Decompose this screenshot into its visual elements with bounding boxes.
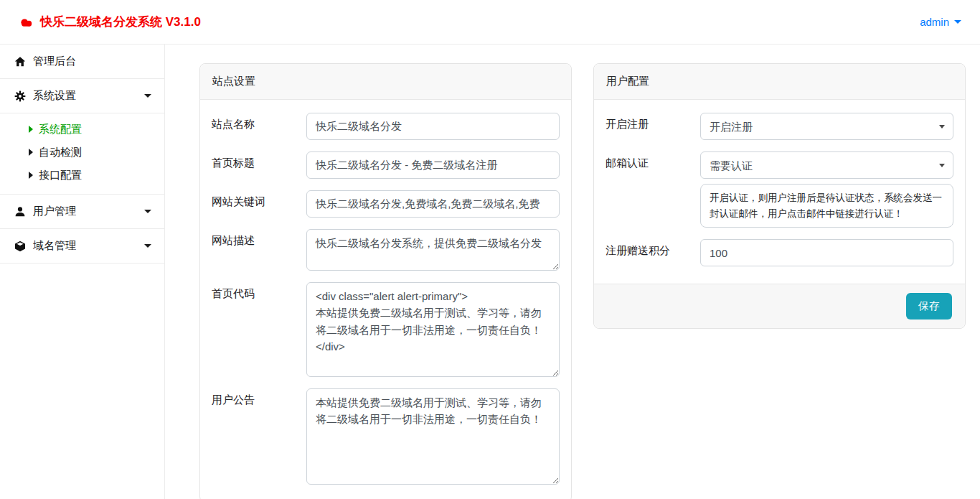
announcement-textarea[interactable]: 本站提供免费二级域名用于测试、学习等，请勿将二级域名用于一切非法用途，一切责任自… <box>306 388 560 485</box>
announcement-label: 用户公告 <box>212 388 306 485</box>
site-card-body: 站点名称 首页标题 网站关键词 <box>200 100 571 499</box>
sidebar: 管理后台 系统设置 <box>0 45 165 499</box>
email-auth-label: 邮箱认证 <box>606 151 700 228</box>
sidebar-subitem-system-config[interactable]: 系统配置 <box>0 118 164 141</box>
user-card-title: 用户配置 <box>594 64 965 100</box>
points-row: 注册赠送积分 <box>606 239 953 266</box>
site-card-title: 站点设置 <box>200 64 571 100</box>
triangle-right-icon <box>29 126 33 133</box>
sidebar-item-domain-management[interactable]: 域名管理 <box>0 229 164 264</box>
register-select[interactable]: 开启注册 <box>700 113 953 140</box>
email-auth-select[interactable]: 需要认证 <box>700 151 953 179</box>
home-code-label: 首页代码 <box>212 282 306 377</box>
chevron-down-icon <box>144 244 151 248</box>
brand[interactable]: 快乐二级域名分发系统 V3.1.0 <box>19 14 201 30</box>
chevron-down-icon <box>144 94 151 98</box>
home-code-textarea[interactable]: <div class="alert alert-primary"> 本站提供免费… <box>306 282 560 377</box>
cube-icon <box>14 241 26 252</box>
home-title-row: 首页标题 <box>212 151 560 179</box>
subitem-label: 接口配置 <box>39 169 82 182</box>
email-auth-row: 邮箱认证 需要认证 开启认证，则用户注册后是待认证状态，系统会发送一封认证邮件，… <box>606 151 953 228</box>
user-card-footer: 保存 <box>594 284 965 328</box>
user-name: admin <box>920 16 949 28</box>
user-card-body: 开启注册 开启注册 邮箱认证 需要认证 <box>594 100 965 284</box>
sidebar-item-label: 用户管理 <box>33 205 137 218</box>
subitem-label: 自动检测 <box>39 146 82 159</box>
announcement-row: 用户公告 本站提供免费二级域名用于测试、学习等，请勿将二级域名用于一切非法用途，… <box>212 388 560 485</box>
home-code-row: 首页代码 <div class="alert alert-primary"> 本… <box>212 282 560 377</box>
triangle-right-icon <box>29 172 33 179</box>
home-title-label: 首页标题 <box>212 151 306 179</box>
points-label: 注册赠送积分 <box>606 239 700 266</box>
cloud-icon <box>19 17 34 28</box>
triangle-right-icon <box>29 149 33 156</box>
chevron-down-icon <box>954 20 961 24</box>
sidebar-item-system-settings[interactable]: 系统设置 <box>0 79 164 113</box>
user-menu[interactable]: admin <box>920 16 961 28</box>
description-textarea[interactable]: 快乐二级域名分发系统，提供免费二级域名分发 <box>306 229 560 271</box>
sidebar-subitem-api-config[interactable]: 接口配置 <box>0 164 164 187</box>
main-content: 站点设置 站点名称 首页标题 网站关键词 <box>165 45 980 499</box>
site-name-row: 站点名称 <box>212 113 560 140</box>
description-row: 网站描述 快乐二级域名分发系统，提供免费二级域名分发 <box>212 229 560 271</box>
sidebar-item-label: 系统设置 <box>33 89 137 103</box>
keywords-input[interactable] <box>306 190 560 218</box>
gear-icon <box>14 90 26 102</box>
brand-title: 快乐二级域名分发系统 V3.1.0 <box>40 14 201 30</box>
description-label: 网站描述 <box>212 229 306 271</box>
save-button[interactable]: 保存 <box>906 293 952 320</box>
user-config-card: 用户配置 开启注册 开启注册 邮箱认证 <box>593 63 966 329</box>
subitem-label: 系统配置 <box>39 123 82 136</box>
system-settings-submenu: 系统配置 自动检测 接口配置 <box>0 113 164 195</box>
sidebar-item-user-management[interactable]: 用户管理 <box>0 195 164 229</box>
email-auth-help: 开启认证，则用户注册后是待认证状态，系统会发送一封认证邮件，用户点击邮件中链接进… <box>700 184 953 228</box>
top-navbar: 快乐二级域名分发系统 V3.1.0 admin <box>0 0 980 45</box>
sidebar-item-dashboard[interactable]: 管理后台 <box>0 45 164 79</box>
sidebar-subitem-auto-detect[interactable]: 自动检测 <box>0 141 164 164</box>
keywords-label: 网站关键词 <box>212 190 306 218</box>
register-row: 开启注册 开启注册 <box>606 113 953 140</box>
points-input[interactable] <box>700 239 953 266</box>
chevron-down-icon <box>144 210 151 213</box>
user-icon <box>14 206 26 218</box>
sidebar-item-label: 域名管理 <box>33 239 137 253</box>
site-settings-card: 站点设置 站点名称 首页标题 网站关键词 <box>199 63 572 499</box>
home-icon <box>14 56 26 67</box>
site-name-input[interactable] <box>306 113 560 140</box>
keywords-row: 网站关键词 <box>212 190 560 218</box>
sidebar-item-label: 管理后台 <box>33 55 151 68</box>
site-name-label: 站点名称 <box>212 113 306 140</box>
home-title-input[interactable] <box>306 151 560 179</box>
register-label: 开启注册 <box>606 113 700 140</box>
